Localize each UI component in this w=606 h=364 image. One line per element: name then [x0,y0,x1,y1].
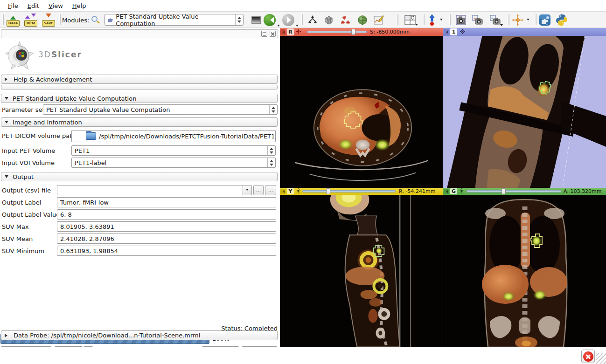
menu-help[interactable]: Help [68,1,91,10]
dicom-button[interactable]: DCM [23,13,38,27]
screenshot-button[interactable] [453,13,468,27]
panel-dock-titlebar[interactable] [1,29,278,38]
toolbar-drag-handle[interactable] [508,14,509,25]
toolbar-drag-handle[interactable] [2,14,4,25]
module-section-header[interactable]: PET Standard Uptake Value Computation [1,94,278,103]
toolbar-drag-handle[interactable] [423,14,425,25]
data-probe-header[interactable]: Data Probe: /spl/tmp/nicole/Download...n… [1,330,278,340]
panel-close-button[interactable] [270,31,276,37]
view-pin-button[interactable] [444,189,449,194]
green-slice-view: G A: 103.320mm [443,188,606,347]
browse-button-1[interactable]: ... [253,185,264,195]
suv-max-field[interactable] [57,221,276,232]
browse-button-2[interactable]: ... [265,185,276,195]
chart-pencil-icon [373,14,384,26]
yellow-slider-handle[interactable] [326,188,330,194]
brightness-sun-icon[interactable] [296,188,301,193]
output-csv-dropdown[interactable] [243,185,252,195]
view-pin-button[interactable] [280,189,286,194]
threeD-scene-image[interactable] [443,36,606,188]
output-label-field[interactable] [57,197,276,207]
python-console-button[interactable] [554,13,569,27]
dicom-icon: DCM [24,13,38,27]
output-csv-field[interactable] [57,185,243,195]
image-info-section-header[interactable]: Image and Information [1,117,278,127]
output-label-value-label: Output Label Value [2,209,60,220]
sagittal-slice-image[interactable] [280,195,443,347]
suv-mean-field[interactable] [57,234,276,244]
fiducial-markers-icon [341,15,352,25]
view-center-icon[interactable] [460,29,465,34]
input-pet-combobox[interactable]: PET1 [71,145,276,156]
parameter-set-combobox[interactable]: PET Standard Uptake Value Computation [43,104,278,115]
suv-minimum-label: SUV Minimum [2,246,44,256]
output-section-header[interactable]: Output [1,172,278,181]
data-module-button[interactable] [305,13,320,27]
mouse-interaction-button[interactable] [426,13,438,27]
threeD-view-label: 1 [450,28,457,35]
folder-icon [86,132,96,140]
toolbar-drag-handle[interactable] [301,14,303,25]
toolbar-drag-handle[interactable] [449,14,451,25]
red-slice-slider[interactable] [307,31,367,33]
red-slice-view: R S: -850.000mm [280,28,443,188]
python-icon [556,14,568,26]
scene-view-capture-button[interactable] [470,13,485,27]
back-history-dropdown-icon[interactable] [277,25,280,28]
module-search-icon[interactable] [91,16,98,22]
status-strip [0,347,606,364]
dicom-path-field[interactable]: /spl/tmp/nicole/Downloads/PETCTFusion-Tu… [71,130,276,142]
annotations-module-button[interactable] [371,13,386,27]
input-voi-combobox[interactable]: PET1-label [71,158,276,168]
layout-dropdown-icon[interactable] [415,24,418,27]
red-slider-handle[interactable] [351,29,355,35]
forward-history-dropdown-icon[interactable] [296,25,299,28]
scene-view-restore-button[interactable] [487,13,504,27]
suv-minimum-field[interactable] [57,246,276,256]
models-module-button[interactable] [355,13,370,27]
menu-file[interactable]: File [4,1,22,10]
view-pin-button[interactable] [280,29,286,35]
threeD-view-controller: 1 [443,28,606,36]
module-history-button[interactable] [249,13,264,27]
green-slice-slider[interactable] [467,190,561,192]
help-section-header[interactable]: Help & Acknowledgement [1,75,278,84]
extensions-manager-button[interactable] [537,13,552,27]
volumes-module-button[interactable] [321,13,336,27]
toolbar-drag-handle[interactable] [397,14,398,25]
green-slider-handle[interactable] [502,188,506,194]
menu-view[interactable]: View [44,1,67,10]
crosshair-dropdown[interactable] [524,13,532,27]
markups-module-button[interactable] [339,13,354,27]
window-resize-grip[interactable] [596,353,606,364]
toolbar-drag-handle[interactable] [59,14,61,25]
toolbar-drag-handle[interactable] [535,14,536,25]
layout-selector-button[interactable] [401,13,419,27]
yellow-slice-slider[interactable] [302,190,396,192]
coronal-slice-image[interactable] [443,195,606,347]
extensions-icon [539,14,551,26]
module-selector[interactable]: PET Standard Uptake Value Computation [104,14,244,26]
view-pin-button[interactable] [444,29,449,35]
module-selector-spinner[interactable] [235,14,243,25]
navigate-back-button[interactable] [262,13,277,27]
output-label-label: Output Label [2,197,41,207]
save-button[interactable]: SAVE [41,13,56,27]
output-label-value-field[interactable] [57,209,276,220]
error-log-button[interactable] [581,350,595,363]
brightness-sun-icon[interactable] [296,29,301,34]
crosshair-button[interactable] [511,13,524,27]
panel-float-button[interactable] [261,31,267,37]
interaction-mode-dropdown[interactable] [438,13,445,27]
brightness-sun-icon[interactable] [459,188,464,193]
axial-slice-image[interactable] [280,36,443,188]
scene-snapshot-camera-icon [472,14,484,26]
menu-bar: File Edit View Help [0,0,606,12]
scene-restore-dropdown-icon[interactable] [500,24,503,27]
menu-edit[interactable]: Edit [23,1,43,10]
navigate-forward-button[interactable] [281,13,296,27]
modules-label: Modules: [62,17,89,24]
input-pet-label: Input PET Volume [2,145,55,156]
yellow-slice-offset: R: -54.241mm [399,188,435,194]
load-data-button[interactable]: DATA [6,13,21,27]
